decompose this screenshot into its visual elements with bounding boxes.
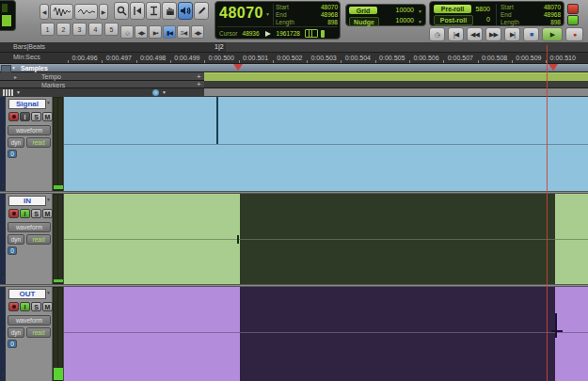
nudge-dropdown-icon[interactable]: ▼ bbox=[418, 19, 422, 24]
counter-dropdown-icon[interactable]: ▼ bbox=[265, 11, 270, 17]
record-arm-button[interactable] bbox=[8, 302, 19, 311]
zoom-out-arrow-button[interactable]: ◀ bbox=[40, 4, 49, 20]
mute-button[interactable]: M bbox=[42, 302, 53, 311]
edit-group-icon[interactable] bbox=[152, 89, 159, 96]
track-name-dropdown-icon[interactable]: ▼ bbox=[46, 197, 51, 202]
track-signal-header[interactable]: Signal ▼ I S M waveform dyn read 0 ▸ bbox=[0, 97, 53, 191]
grid-dropdown-icon[interactable]: ▼ bbox=[418, 8, 422, 14]
edit-group-dropdown-icon[interactable]: ▼ bbox=[162, 89, 167, 95]
track-name-dropdown-icon[interactable]: ▼ bbox=[46, 100, 51, 105]
ruler-view-dropdown-icon[interactable]: ▼ bbox=[11, 65, 16, 71]
preroll-toggle[interactable]: Pre-roll bbox=[434, 5, 471, 13]
track-signal-clip[interactable] bbox=[64, 97, 588, 191]
automation-mode-button[interactable]: read bbox=[26, 327, 51, 338]
stop-button[interactable]: ■ bbox=[523, 27, 539, 41]
selected-region[interactable] bbox=[240, 287, 555, 381]
tab-to-transient-button[interactable]: ◀▶ bbox=[135, 25, 148, 39]
rewind-button[interactable]: ◀◀ bbox=[467, 27, 483, 41]
play-button[interactable]: ▶ bbox=[542, 27, 563, 41]
track-view-selector[interactable]: waveform bbox=[8, 222, 51, 232]
tempo-track-bar[interactable] bbox=[204, 72, 588, 81]
transport-led-red[interactable] bbox=[567, 4, 579, 14]
link-timeline-edit-selection-button[interactable]: ▮◀ bbox=[163, 25, 176, 39]
track-in-header[interactable]: IN ▼ I S M waveform dyn read 0 ▸ bbox=[0, 194, 53, 284]
edit-sel-end-value[interactable]: 48968 bbox=[321, 11, 338, 19]
fast-forward-button[interactable]: ▶▶ bbox=[485, 27, 501, 41]
keyboard-status-icon[interactable] bbox=[305, 29, 318, 38]
record-arm-button[interactable] bbox=[8, 209, 19, 218]
record-button[interactable]: ● bbox=[565, 27, 583, 41]
ruler-bars-beats[interactable]: Bars|Beats 1|2 bbox=[0, 42, 588, 53]
lane-expander-icon[interactable]: ▸ bbox=[2, 371, 5, 377]
zoom-preset-3-button[interactable]: 3 bbox=[72, 23, 87, 36]
online-button[interactable]: ◷ bbox=[429, 27, 445, 41]
postroll-toggle[interactable]: Post-roll bbox=[434, 15, 473, 25]
track-out-header[interactable]: OUT ▼ I S M waveform dyn read 0 ▸ bbox=[0, 287, 53, 381]
solo-button[interactable]: S bbox=[31, 112, 41, 121]
solo-button[interactable]: S bbox=[31, 302, 41, 311]
track-list-icon[interactable] bbox=[3, 89, 13, 96]
mute-button[interactable]: M bbox=[42, 112, 53, 121]
track-view-selector[interactable]: waveform bbox=[8, 315, 51, 325]
input-monitor-button[interactable]: I bbox=[20, 302, 30, 311]
track-view-selector[interactable]: waveform bbox=[8, 125, 51, 135]
solo-button[interactable]: S bbox=[31, 209, 41, 218]
mirrored-midi-editing-button[interactable]: ▶▪ bbox=[149, 25, 162, 39]
zoom-preset-1-button[interactable]: 1 bbox=[40, 23, 55, 36]
return-to-zero-button[interactable]: |◀ bbox=[448, 27, 464, 41]
ruler-view-icon[interactable] bbox=[1, 65, 11, 72]
preroll-value[interactable]: 5800 bbox=[473, 6, 490, 12]
main-counter-value[interactable]: 48070 bbox=[219, 5, 263, 22]
grabber-tool-button[interactable] bbox=[162, 2, 177, 20]
selection-start-marker[interactable] bbox=[233, 64, 243, 71]
output-window-button[interactable]: 0 bbox=[8, 150, 17, 158]
pencil-tool-button[interactable] bbox=[194, 2, 209, 20]
zoom-preset-2-button[interactable]: 2 bbox=[56, 23, 71, 36]
transport-led-green[interactable] bbox=[567, 15, 579, 25]
grid-value[interactable]: 10000 bbox=[396, 7, 414, 13]
grid-mode-button[interactable]: Grid bbox=[349, 7, 377, 14]
track-name-signal[interactable]: Signal bbox=[8, 99, 46, 109]
tempo-expander-icon[interactable]: ▸ bbox=[14, 73, 17, 80]
scrubber-tool-button[interactable] bbox=[178, 2, 193, 20]
transport-length-value[interactable]: 898 bbox=[550, 19, 561, 26]
zoom-preset-4-button[interactable]: 4 bbox=[88, 23, 103, 36]
track-list-dropdown-icon[interactable]: ▼ bbox=[16, 89, 21, 95]
track-out-clip[interactable] bbox=[64, 287, 588, 381]
zoom-in-arrow-button[interactable]: ▶ bbox=[99, 4, 108, 20]
postroll-value[interactable]: 0 bbox=[473, 16, 490, 23]
track-name-out[interactable]: OUT bbox=[8, 289, 46, 299]
input-monitor-button[interactable]: I bbox=[20, 112, 30, 121]
trimmer-tool-button[interactable] bbox=[130, 2, 145, 20]
edit-sel-start-value[interactable]: 48070 bbox=[321, 4, 338, 11]
input-monitor-button[interactable]: I bbox=[20, 209, 30, 218]
edit-sel-length-value[interactable]: 898 bbox=[327, 19, 338, 26]
insertion-follows-playback-button[interactable]: ◀▶ bbox=[191, 25, 204, 39]
ruler-markers[interactable]: Markers + bbox=[0, 81, 588, 88]
record-arm-button[interactable] bbox=[8, 112, 19, 121]
track-name-dropdown-icon[interactable]: ▼ bbox=[46, 290, 51, 295]
link-track-edit-selection-button[interactable]: ≡◀ bbox=[177, 25, 190, 39]
ruler-samples-main[interactable]: ▼ Samples bbox=[0, 64, 588, 72]
markers-add-button[interactable]: + bbox=[197, 80, 201, 88]
zoom-toggle-button[interactable]: ◇ bbox=[120, 25, 134, 39]
dyn-button[interactable]: dyn bbox=[8, 234, 24, 245]
battery-status-icon[interactable] bbox=[321, 30, 325, 38]
output-window-button[interactable]: 0 bbox=[8, 340, 17, 348]
audio-zoom-button[interactable] bbox=[50, 4, 73, 20]
zoomer-tool-button[interactable] bbox=[114, 2, 129, 20]
lane-expander-icon[interactable]: ▸ bbox=[2, 181, 5, 187]
ruler-min-secs[interactable]: Min:Secs 0:00.4960:00.4970:00.4980:00.49… bbox=[0, 53, 588, 64]
automation-mode-button[interactable]: read bbox=[26, 137, 51, 148]
track-name-in[interactable]: IN bbox=[8, 196, 46, 206]
selector-tool-button[interactable] bbox=[146, 2, 161, 20]
transport-start-value[interactable]: 48070 bbox=[544, 4, 561, 11]
track-in-clip[interactable] bbox=[64, 194, 588, 284]
dyn-button[interactable]: dyn bbox=[8, 327, 24, 338]
dyn-button[interactable]: dyn bbox=[8, 137, 24, 148]
selection-end-marker[interactable] bbox=[548, 64, 558, 71]
midi-zoom-button[interactable] bbox=[74, 4, 98, 20]
automation-mode-button[interactable]: read bbox=[26, 234, 51, 245]
zoom-preset-5-button[interactable]: 5 bbox=[104, 23, 119, 36]
output-window-button[interactable]: 0 bbox=[8, 246, 17, 255]
